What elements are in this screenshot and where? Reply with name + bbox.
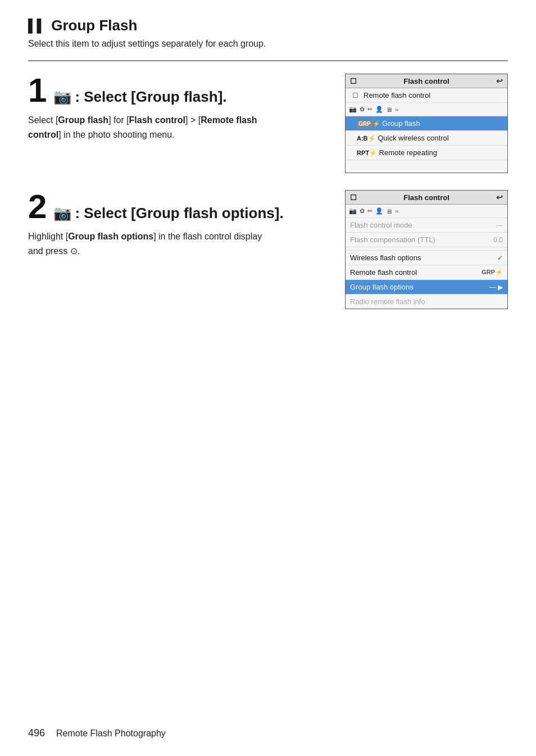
step2-icon-wave: ≈ <box>395 208 398 215</box>
step2-row-groupflash-label: Group flash options <box>350 283 486 291</box>
page-header: ▌▌ Group Flash <box>28 17 508 34</box>
step2-row-groupflash: Group flash options — ▶ <box>346 280 507 295</box>
step1-bold1: Group flash <box>58 115 108 125</box>
step2-row-remote-value: GRP⚡ <box>482 269 503 276</box>
step1-icon-wave: ≈ <box>395 106 398 113</box>
step2-icons-row: 📷 ✿ ✏ 👤 🖥 ≈ <box>346 205 507 218</box>
step1-title: : Select [Group flash]. <box>75 88 226 106</box>
step2-icon-asterisk: ✿ <box>360 207 365 215</box>
page-subtitle: Select this item to adjust settings sepa… <box>28 39 508 49</box>
step1-icon-camera: 📷 <box>349 106 357 113</box>
step2-container: 2 📷 : Select [Group flash options]. High… <box>28 190 508 309</box>
step2-row-remote-label: Remote flash control <box>350 268 478 277</box>
step1-heading: 1 📷 : Select [Group flash]. <box>28 74 328 107</box>
step1-row-rpt: RPT⚡ Remote repeating <box>346 146 507 160</box>
step1-screen-padding <box>346 160 507 173</box>
step2-text: 2 📷 : Select [Group flash options]. High… <box>28 190 328 258</box>
step1-icon-person: 👤 <box>375 106 383 113</box>
step2-number: 2 <box>28 190 47 224</box>
step2-row-flashcomp-label: Flash compensation (TTL) <box>350 236 490 244</box>
footer-text: Remote Flash Photography <box>56 728 166 739</box>
step2-icon-monitor: 🖥 <box>386 208 392 215</box>
step2-row-flashmode-value: — <box>496 221 503 229</box>
step1-icon-monitor: 🖥 <box>386 106 392 113</box>
step1-screen-body: ☐ Remote flash control 📷 ✿ ✏ 👤 🖥 ≈ GRP⚡ … <box>346 88 507 173</box>
step1-row-ab: A:B⚡ Quick wireless control <box>346 131 507 146</box>
step1-bold2: Flash control <box>129 115 185 125</box>
step2-row-flashmode-label: Flash control mode <box>350 221 493 229</box>
page-title: Group Flash <box>51 17 137 34</box>
step1-container: 1 📷 : Select [Group flash]. Select [Grou… <box>28 74 508 173</box>
step1-icons-row: 📷 ✿ ✏ 👤 🖥 ≈ <box>346 103 507 116</box>
step1-row-ab-label: A:B⚡ Quick wireless control <box>357 134 503 142</box>
step2-row-radio-label: Radio remote flash info <box>350 297 503 306</box>
step2-screen-header: ☐ Flash control ↩ <box>346 191 507 205</box>
footer-page-number: 496 <box>28 727 45 739</box>
section-icon: ▌▌ <box>28 19 46 33</box>
page-footer: 496 Remote Flash Photography <box>28 727 508 739</box>
step1-screen: ☐ Flash control ↩ ☐ Remote flash control… <box>345 74 508 173</box>
step1-back-icon: ↩ <box>496 76 503 85</box>
step2-row-wireless-label: Wireless flash options <box>350 253 494 262</box>
step2-screen-icon: ☐ <box>350 193 357 202</box>
step2-row-wireless: Wireless flash options ✓ <box>346 251 507 265</box>
step1-icon-asterisk: ✿ <box>360 106 365 113</box>
section-divider <box>28 60 508 61</box>
step2-heading: 2 📷 : Select [Group flash options]. <box>28 190 328 224</box>
step1-screen-icon: ☐ <box>350 77 357 85</box>
step2-icon-pencil: ✏ <box>367 207 373 215</box>
step2-body: Highlight [Group flash options] in the f… <box>28 229 275 258</box>
step2-bold1: Group flash options <box>68 232 153 241</box>
step2-row-flashmode: Flash control mode — <box>346 218 507 233</box>
step2-screen-body: 📷 ✿ ✏ 👤 🖥 ≈ Flash control mode — Flash c… <box>346 205 507 309</box>
step1-row-rpt-label: RPT⚡ Remote repeating <box>357 148 503 157</box>
step2-row-wireless-value: ✓ <box>497 254 503 262</box>
step1-row-remote: ☐ Remote flash control <box>346 88 507 103</box>
step2-icon-person: 👤 <box>375 207 383 215</box>
step1-icon-pencil: ✏ <box>367 106 373 113</box>
step2-row-radio: Radio remote flash info <box>346 295 507 309</box>
step1-screen-title: Flash control <box>403 77 449 85</box>
step1-body: Select [Group flash] for [Flash control]… <box>28 113 275 142</box>
step2-screen-title: Flash control <box>403 193 449 202</box>
step1-row-remote-icon: ☐ <box>350 92 360 99</box>
step1-camera-icon: 📷 <box>53 88 71 106</box>
step2-title: : Select [Group flash options]. <box>75 205 283 222</box>
step1-text: 1 📷 : Select [Group flash]. Select [Grou… <box>28 74 328 142</box>
step2-camera-icon: 📷 <box>53 205 71 222</box>
step1-row-grp: GRP⚡ Group flash <box>346 116 507 131</box>
step2-row-flashcomp: Flash compensation (TTL) 0.0 <box>346 233 507 247</box>
step2-icon-camera: 📷 <box>349 207 357 215</box>
step1-row-grp-label: GRP⚡ Group flash <box>357 119 503 128</box>
step1-number: 1 <box>28 74 47 107</box>
step2-row-remote: Remote flash control GRP⚡ <box>346 265 507 280</box>
step1-row-remote-label: Remote flash control <box>364 91 503 99</box>
step2-row-groupflash-value: — ▶ <box>489 283 503 291</box>
step2-screen: ☐ Flash control ↩ 📷 ✿ ✏ 👤 🖥 ≈ Flash cont… <box>345 190 508 309</box>
step2-row-flashcomp-value: 0.0 <box>493 236 503 244</box>
step2-back-icon: ↩ <box>496 193 503 202</box>
step1-screen-header: ☐ Flash control ↩ <box>346 74 507 88</box>
